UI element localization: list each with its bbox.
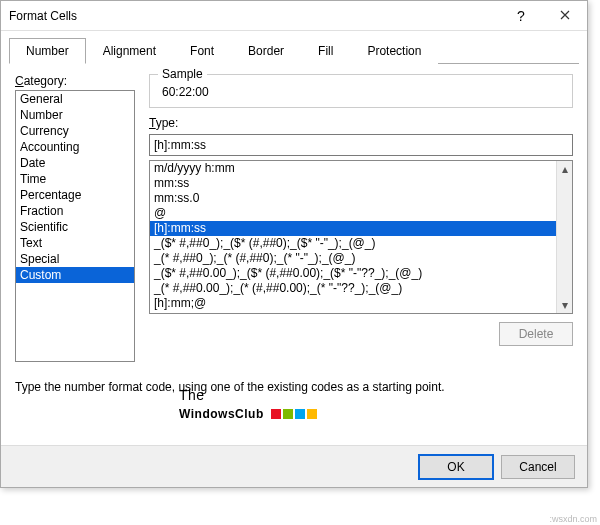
domain-mark: :wsxdn.com — [546, 513, 600, 525]
category-list[interactable]: General Number Currency Accounting Date … — [15, 90, 135, 362]
type-label: Type: — [149, 116, 573, 130]
watermark-logo: The WindowsClub — [179, 387, 318, 423]
button-bar: OK Cancel — [1, 445, 587, 487]
tab-font[interactable]: Font — [173, 38, 231, 64]
tab-fill[interactable]: Fill — [301, 38, 350, 64]
scrollbar[interactable]: ▴ ▾ — [556, 161, 572, 313]
tab-number[interactable]: Number — [9, 38, 86, 64]
tab-protection[interactable]: Protection — [350, 38, 438, 64]
watermark-line2: WindowsClub — [179, 399, 318, 423]
logo-square-green — [283, 409, 293, 419]
close-icon — [560, 9, 570, 23]
details-panel: Sample 60:22:00 Type: m/d/yyyy h:mm mm:s… — [149, 74, 573, 362]
list-item[interactable]: _($* #,##0_);_($* (#,##0);_($* "-"_);_(@… — [150, 236, 556, 251]
list-item[interactable]: [h]:mm:ss — [150, 221, 556, 236]
list-item[interactable]: @ — [150, 206, 556, 221]
list-item[interactable]: General — [16, 91, 134, 107]
list-item[interactable]: Date — [16, 155, 134, 171]
type-list[interactable]: m/d/yyyy h:mm mm:ss mm:ss.0 @ [h]:mm:ss … — [149, 160, 573, 314]
cancel-button[interactable]: Cancel — [501, 455, 575, 479]
list-item[interactable]: Scientific — [16, 219, 134, 235]
tab-strip: Number Alignment Font Border Fill Protec… — [9, 37, 579, 64]
list-item[interactable]: mm:ss.0 — [150, 191, 556, 206]
help-button[interactable]: ? — [499, 1, 543, 31]
help-icon: ? — [517, 8, 525, 24]
sample-box: Sample 60:22:00 — [149, 74, 573, 108]
list-item[interactable]: Number — [16, 107, 134, 123]
logo-square-blue — [295, 409, 305, 419]
list-item[interactable]: Percentage — [16, 187, 134, 203]
category-panel: Category: General Number Currency Accoun… — [15, 74, 135, 362]
ok-button[interactable]: OK — [419, 455, 493, 479]
sample-value: 60:22:00 — [160, 83, 564, 99]
tab-body: Category: General Number Currency Accoun… — [1, 64, 587, 362]
list-item[interactable]: mm:ss — [150, 176, 556, 191]
category-label: Category: — [15, 74, 135, 88]
scroll-track[interactable] — [557, 177, 572, 297]
list-item[interactable]: Custom — [16, 267, 134, 283]
list-item[interactable]: Fraction — [16, 203, 134, 219]
type-input[interactable] — [149, 134, 573, 156]
list-item[interactable]: m/d/yyyy h:mm — [150, 161, 556, 176]
delete-button: Delete — [499, 322, 573, 346]
scroll-down-icon[interactable]: ▾ — [557, 297, 572, 313]
close-button[interactable] — [543, 1, 587, 31]
list-item[interactable]: Currency — [16, 123, 134, 139]
list-item[interactable]: Text — [16, 235, 134, 251]
list-item[interactable]: _(* #,##0.00_);_(* (#,##0.00);_(* "-"??_… — [150, 281, 556, 296]
list-item[interactable]: _($* #,##0.00_);_($* (#,##0.00);_($* "-"… — [150, 266, 556, 281]
logo-square-yellow — [307, 409, 317, 419]
list-item[interactable]: Special — [16, 251, 134, 267]
sample-label: Sample — [158, 67, 207, 81]
titlebar: Format Cells ? — [1, 1, 587, 31]
tab-alignment[interactable]: Alignment — [86, 38, 173, 64]
list-item[interactable]: _(* #,##0_);_(* (#,##0);_(* "-"_);_(@_) — [150, 251, 556, 266]
logo-square-red — [271, 409, 281, 419]
list-item[interactable]: [$-en-US]h:mm:ss AM/PM — [150, 311, 556, 314]
scroll-up-icon[interactable]: ▴ — [557, 161, 572, 177]
list-item[interactable]: Accounting — [16, 139, 134, 155]
format-cells-dialog: Format Cells ? Number Alignment Font Bor… — [0, 0, 588, 488]
tab-border[interactable]: Border — [231, 38, 301, 64]
title-text: Format Cells — [9, 9, 499, 23]
list-item[interactable]: Time — [16, 171, 134, 187]
list-item[interactable]: [h]:mm;@ — [150, 296, 556, 311]
